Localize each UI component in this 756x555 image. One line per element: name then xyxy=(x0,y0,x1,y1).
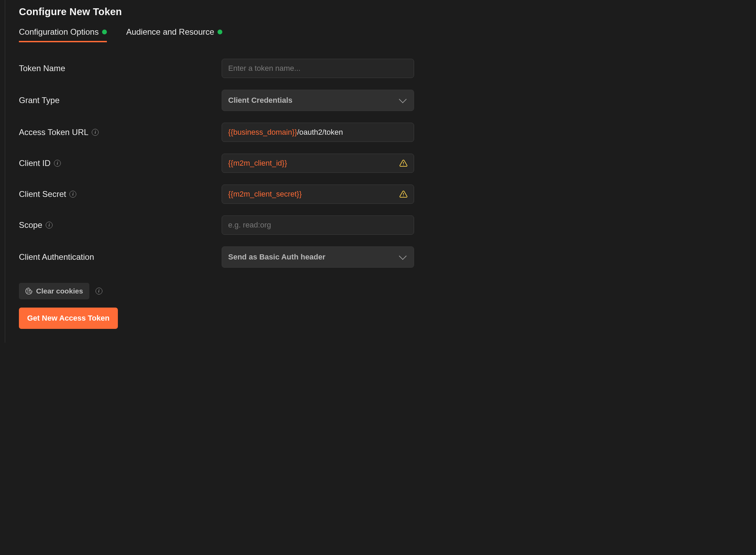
label-text: Client Authentication xyxy=(19,252,94,262)
label-text: Token Name xyxy=(19,64,65,73)
label-token-name: Token Name xyxy=(19,64,222,73)
label-scope: Scope xyxy=(19,220,222,230)
get-new-access-token-button[interactable]: Get New Access Token xyxy=(19,308,118,329)
info-icon[interactable] xyxy=(54,160,61,167)
url-suffix: /oauth2/token xyxy=(297,128,343,136)
label-text: Access Token URL xyxy=(19,127,88,137)
client-id-input[interactable]: {{m2m_client_id}} xyxy=(222,154,414,173)
info-icon[interactable] xyxy=(69,191,76,198)
label-grant-type: Grant Type xyxy=(19,96,222,105)
row-grant-type: Grant Type Client Credentials xyxy=(19,90,742,111)
svg-point-5 xyxy=(30,292,30,292)
label-text: Scope xyxy=(19,220,42,230)
tab-audience-resource[interactable]: Audience and Resource xyxy=(126,27,222,42)
label-client-id: Client ID xyxy=(19,158,222,168)
info-icon[interactable] xyxy=(92,129,99,136)
variable-token: {{m2m_client_secret}} xyxy=(228,190,302,199)
select-value: Client Credentials xyxy=(228,96,292,105)
grant-type-select[interactable]: Client Credentials xyxy=(222,90,414,111)
button-label: Clear cookies xyxy=(36,287,83,295)
chevron-down-icon xyxy=(399,96,407,103)
tab-label: Configuration Options xyxy=(19,27,99,37)
svg-point-7 xyxy=(29,290,30,291)
label-access-token-url: Access Token URL xyxy=(19,127,222,137)
cookie-icon xyxy=(25,287,33,295)
token-name-input[interactable] xyxy=(222,59,414,78)
clear-cookies-button[interactable]: Clear cookies xyxy=(19,283,89,299)
info-icon[interactable] xyxy=(96,288,102,295)
row-client-id: Client ID {{m2m_client_id}} xyxy=(19,154,742,173)
label-client-auth: Client Authentication xyxy=(19,252,222,262)
row-client-secret: Client Secret {{m2m_client_secret}} xyxy=(19,185,742,204)
button-label: Get New Access Token xyxy=(27,314,110,323)
scope-input[interactable] xyxy=(222,215,414,235)
footer-actions: Clear cookies xyxy=(19,283,742,299)
info-icon[interactable] xyxy=(46,222,53,229)
configure-token-panel: Configure New Token Configuration Option… xyxy=(5,0,756,343)
variable-token: {{m2m_client_id}} xyxy=(228,159,287,168)
row-client-auth: Client Authentication Send as Basic Auth… xyxy=(19,246,742,268)
svg-point-6 xyxy=(27,292,28,292)
tab-bar: Configuration Options Audience and Resou… xyxy=(19,27,742,42)
tab-label: Audience and Resource xyxy=(126,27,214,37)
svg-point-4 xyxy=(27,290,28,290)
warning-icon xyxy=(399,159,408,167)
label-text: Client ID xyxy=(19,158,51,168)
tab-configuration-options[interactable]: Configuration Options xyxy=(19,27,107,42)
client-secret-input[interactable]: {{m2m_client_secret}} xyxy=(222,185,414,204)
status-dot-icon xyxy=(218,30,222,34)
select-value: Send as Basic Auth header xyxy=(228,253,325,262)
client-auth-select[interactable]: Send as Basic Auth header xyxy=(222,246,414,268)
status-dot-icon xyxy=(102,30,107,34)
access-token-url-input[interactable]: {{business_domain}}/oauth2/token xyxy=(222,123,414,142)
row-scope: Scope xyxy=(19,215,742,235)
chevron-down-icon xyxy=(399,252,407,260)
section-title: Configure New Token xyxy=(19,6,742,18)
variable-token: {{business_domain}} xyxy=(228,128,297,136)
label-client-secret: Client Secret xyxy=(19,189,222,199)
row-token-name: Token Name xyxy=(19,59,742,78)
label-text: Client Secret xyxy=(19,189,66,199)
row-access-token-url: Access Token URL {{business_domain}}/oau… xyxy=(19,123,742,142)
warning-icon xyxy=(399,190,408,198)
label-text: Grant Type xyxy=(19,96,59,105)
